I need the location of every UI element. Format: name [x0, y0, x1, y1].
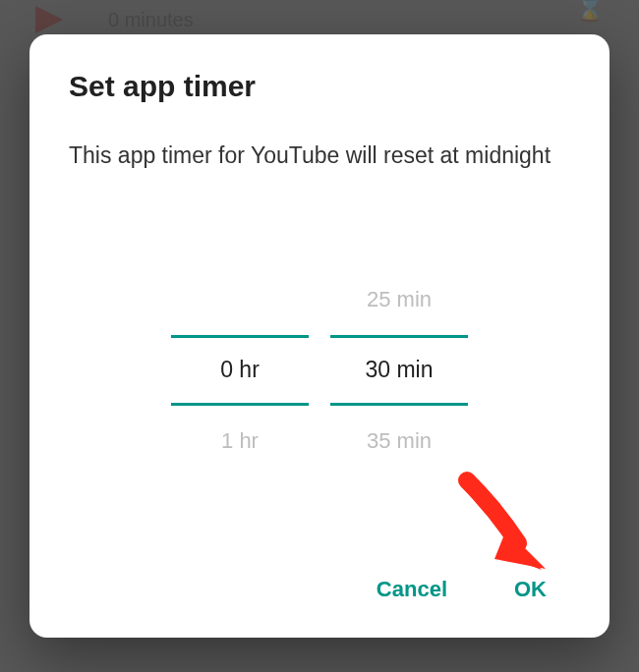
ok-button[interactable]: OK [510, 569, 551, 610]
minutes-picker[interactable]: 25 min 30 min 35 min [330, 264, 468, 476]
minutes-selected[interactable]: 30 min [330, 335, 468, 406]
set-app-timer-dialog: Set app timer This app timer for YouTube… [29, 34, 610, 638]
hours-selected[interactable]: 0 hr [171, 335, 309, 406]
dialog-title: Set app timer [69, 70, 570, 103]
dialog-description: This app timer for YouTube will reset at… [69, 140, 570, 171]
minutes-next: 35 min [367, 406, 432, 476]
hours-next: 1 hr [221, 406, 259, 476]
dialog-actions: Cancel OK [69, 559, 570, 610]
minutes-prev: 25 min [367, 264, 432, 335]
time-picker: 0 hr 1 hr 25 min 30 min 35 min [69, 181, 570, 559]
cancel-button[interactable]: Cancel [373, 569, 451, 610]
hours-picker[interactable]: 0 hr 1 hr [171, 264, 309, 476]
